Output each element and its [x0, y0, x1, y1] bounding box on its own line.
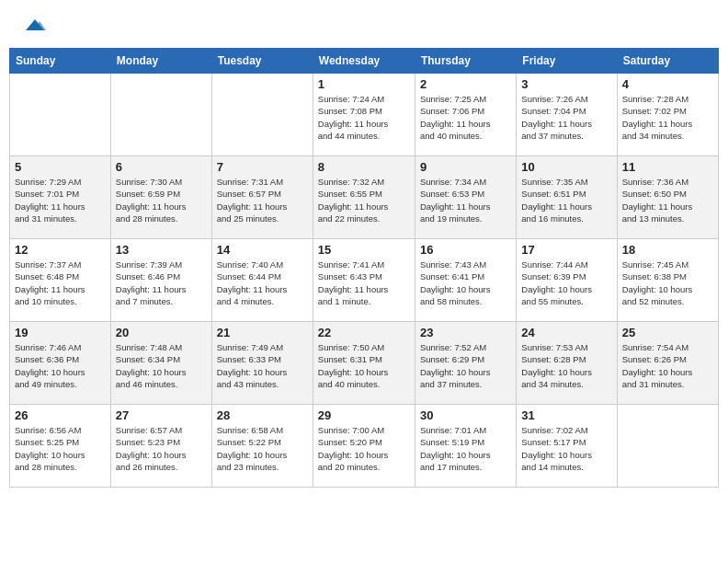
- col-header-wednesday: Wednesday: [313, 49, 415, 74]
- day-info: Sunrise: 7:36 AM Sunset: 6:50 PM Dayligh…: [622, 176, 713, 224]
- day-info: Sunrise: 7:48 AM Sunset: 6:34 PM Dayligh…: [116, 341, 207, 390]
- day-cell: [10, 74, 111, 156]
- day-number: 23: [420, 326, 511, 339]
- day-cell: [110, 74, 211, 156]
- col-header-friday: Friday: [517, 49, 617, 74]
- day-info: Sunrise: 7:40 AM Sunset: 6:44 PM Dayligh…: [217, 259, 308, 307]
- day-cell: 20Sunrise: 7:48 AM Sunset: 6:34 PM Dayli…: [110, 322, 211, 405]
- day-number: 1: [318, 77, 410, 91]
- day-info: Sunrise: 7:29 AM Sunset: 7:01 PM Dayligh…: [15, 176, 106, 224]
- day-number: 17: [521, 243, 611, 257]
- day-cell: 21Sunrise: 7:49 AM Sunset: 6:33 PM Dayli…: [211, 322, 313, 405]
- page-header: [9, 9, 719, 40]
- week-row-2: 5Sunrise: 7:29 AM Sunset: 7:01 PM Daylig…: [10, 156, 719, 239]
- logo: [18, 14, 46, 36]
- week-row-1: 1Sunrise: 7:24 AM Sunset: 7:08 PM Daylig…: [10, 74, 719, 156]
- day-number: 9: [420, 160, 511, 174]
- day-number: 12: [15, 243, 106, 257]
- day-cell: 11Sunrise: 7:36 AM Sunset: 6:50 PM Dayli…: [617, 156, 718, 239]
- day-info: Sunrise: 7:44 AM Sunset: 6:39 PM Dayligh…: [521, 259, 611, 307]
- day-number: 27: [116, 408, 207, 422]
- day-number: 10: [521, 160, 611, 174]
- day-info: Sunrise: 7:00 AM Sunset: 5:20 PM Dayligh…: [318, 424, 410, 473]
- day-number: 21: [217, 326, 308, 339]
- day-number: 16: [420, 243, 511, 257]
- week-row-3: 12Sunrise: 7:37 AM Sunset: 6:48 PM Dayli…: [10, 239, 719, 322]
- day-cell: 19Sunrise: 7:46 AM Sunset: 6:36 PM Dayli…: [10, 322, 111, 405]
- day-info: Sunrise: 7:52 AM Sunset: 6:29 PM Dayligh…: [420, 341, 511, 390]
- day-number: 25: [622, 326, 713, 339]
- day-cell: 23Sunrise: 7:52 AM Sunset: 6:29 PM Dayli…: [415, 322, 516, 405]
- week-row-5: 26Sunrise: 6:56 AM Sunset: 5:25 PM Dayli…: [10, 405, 719, 488]
- day-number: 6: [116, 160, 207, 174]
- day-cell: 15Sunrise: 7:41 AM Sunset: 6:43 PM Dayli…: [313, 239, 415, 322]
- day-cell: 22Sunrise: 7:50 AM Sunset: 6:31 PM Dayli…: [313, 322, 415, 405]
- day-number: 15: [318, 243, 410, 257]
- day-cell: 29Sunrise: 7:00 AM Sunset: 5:20 PM Dayli…: [313, 405, 415, 488]
- day-info: Sunrise: 7:34 AM Sunset: 6:53 PM Dayligh…: [420, 176, 511, 224]
- day-cell: 18Sunrise: 7:45 AM Sunset: 6:38 PM Dayli…: [617, 239, 718, 322]
- day-info: Sunrise: 6:58 AM Sunset: 5:22 PM Dayligh…: [217, 424, 308, 473]
- day-number: 8: [318, 160, 410, 174]
- day-info: Sunrise: 7:43 AM Sunset: 6:41 PM Dayligh…: [420, 259, 511, 307]
- day-cell: 9Sunrise: 7:34 AM Sunset: 6:53 PM Daylig…: [415, 156, 516, 239]
- day-number: 13: [116, 243, 207, 257]
- day-cell: 13Sunrise: 7:39 AM Sunset: 6:46 PM Dayli…: [110, 239, 211, 322]
- day-info: Sunrise: 7:26 AM Sunset: 7:04 PM Dayligh…: [521, 93, 611, 142]
- day-info: Sunrise: 7:01 AM Sunset: 5:19 PM Dayligh…: [420, 424, 511, 473]
- day-cell: 10Sunrise: 7:35 AM Sunset: 6:51 PM Dayli…: [517, 156, 617, 239]
- day-number: 19: [15, 326, 106, 339]
- calendar-table: SundayMondayTuesdayWednesdayThursdayFrid…: [9, 48, 719, 488]
- day-info: Sunrise: 7:53 AM Sunset: 6:28 PM Dayligh…: [521, 341, 611, 390]
- day-cell: 2Sunrise: 7:25 AM Sunset: 7:06 PM Daylig…: [415, 74, 516, 156]
- col-header-saturday: Saturday: [617, 49, 718, 74]
- logo-icon: [24, 14, 46, 36]
- day-number: 3: [521, 77, 611, 91]
- day-number: 30: [420, 408, 511, 422]
- day-info: Sunrise: 7:02 AM Sunset: 5:17 PM Dayligh…: [521, 424, 611, 473]
- day-cell: 30Sunrise: 7:01 AM Sunset: 5:19 PM Dayli…: [415, 405, 516, 488]
- day-cell: 17Sunrise: 7:44 AM Sunset: 6:39 PM Dayli…: [517, 239, 617, 322]
- day-number: 26: [15, 408, 106, 422]
- day-cell: 27Sunrise: 6:57 AM Sunset: 5:23 PM Dayli…: [110, 405, 211, 488]
- day-cell: 12Sunrise: 7:37 AM Sunset: 6:48 PM Dayli…: [10, 239, 111, 322]
- day-info: Sunrise: 7:49 AM Sunset: 6:33 PM Dayligh…: [217, 341, 308, 390]
- day-cell: 4Sunrise: 7:28 AM Sunset: 7:02 PM Daylig…: [617, 74, 718, 156]
- day-info: Sunrise: 7:24 AM Sunset: 7:08 PM Dayligh…: [318, 93, 410, 142]
- col-header-tuesday: Tuesday: [211, 49, 313, 74]
- day-number: 5: [15, 160, 106, 174]
- day-cell: 26Sunrise: 6:56 AM Sunset: 5:25 PM Dayli…: [10, 405, 111, 488]
- day-cell: 25Sunrise: 7:54 AM Sunset: 6:26 PM Dayli…: [617, 322, 718, 405]
- day-info: Sunrise: 7:54 AM Sunset: 6:26 PM Dayligh…: [622, 341, 713, 390]
- day-cell: 1Sunrise: 7:24 AM Sunset: 7:08 PM Daylig…: [313, 74, 415, 156]
- day-info: Sunrise: 7:45 AM Sunset: 6:38 PM Dayligh…: [622, 259, 713, 307]
- week-row-4: 19Sunrise: 7:46 AM Sunset: 6:36 PM Dayli…: [10, 322, 719, 405]
- day-info: Sunrise: 7:39 AM Sunset: 6:46 PM Dayligh…: [116, 259, 207, 307]
- day-cell: [617, 405, 718, 488]
- day-number: 28: [217, 408, 308, 422]
- day-number: 7: [217, 160, 308, 174]
- day-number: 18: [622, 243, 713, 257]
- day-number: 24: [521, 326, 611, 339]
- day-number: 11: [622, 160, 713, 174]
- col-header-sunday: Sunday: [10, 49, 111, 74]
- day-cell: 6Sunrise: 7:30 AM Sunset: 6:59 PM Daylig…: [110, 156, 211, 239]
- day-cell: 28Sunrise: 6:58 AM Sunset: 5:22 PM Dayli…: [211, 405, 313, 488]
- day-number: 22: [318, 326, 410, 339]
- day-info: Sunrise: 7:50 AM Sunset: 6:31 PM Dayligh…: [318, 341, 410, 390]
- day-number: 2: [420, 77, 511, 91]
- day-cell: 14Sunrise: 7:40 AM Sunset: 6:44 PM Dayli…: [211, 239, 313, 322]
- day-cell: 24Sunrise: 7:53 AM Sunset: 6:28 PM Dayli…: [517, 322, 617, 405]
- day-info: Sunrise: 6:57 AM Sunset: 5:23 PM Dayligh…: [116, 424, 207, 473]
- day-info: Sunrise: 7:41 AM Sunset: 6:43 PM Dayligh…: [318, 259, 410, 307]
- day-cell: 8Sunrise: 7:32 AM Sunset: 6:55 PM Daylig…: [313, 156, 415, 239]
- day-info: Sunrise: 7:37 AM Sunset: 6:48 PM Dayligh…: [15, 259, 106, 307]
- day-info: Sunrise: 7:28 AM Sunset: 7:02 PM Dayligh…: [622, 93, 713, 142]
- day-number: 31: [521, 408, 611, 422]
- day-number: 20: [116, 326, 207, 339]
- day-info: Sunrise: 6:56 AM Sunset: 5:25 PM Dayligh…: [15, 424, 106, 473]
- day-cell: 31Sunrise: 7:02 AM Sunset: 5:17 PM Dayli…: [517, 405, 617, 488]
- day-info: Sunrise: 7:32 AM Sunset: 6:55 PM Dayligh…: [318, 176, 410, 224]
- col-header-monday: Monday: [110, 49, 211, 74]
- day-info: Sunrise: 7:46 AM Sunset: 6:36 PM Dayligh…: [15, 341, 106, 390]
